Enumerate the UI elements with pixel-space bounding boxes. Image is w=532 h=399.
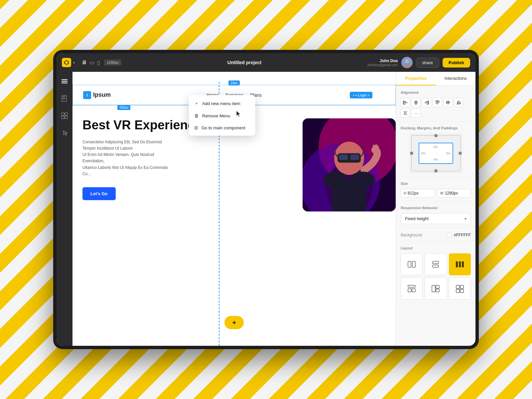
svg-rect-46 bbox=[446, 102, 450, 103]
svg-rect-37 bbox=[427, 104, 429, 104]
sidebar-icon-layers[interactable] bbox=[59, 76, 70, 86]
height-input[interactable]: H 812px bbox=[401, 189, 435, 198]
trash-icon: 🗑 bbox=[194, 113, 199, 118]
publish-button[interactable]: Publish bbox=[443, 58, 470, 67]
canvas-hero-content: Best VR Experience Consectetur Adipiscin… bbox=[82, 105, 396, 346]
context-menu-add-item[interactable]: ＋ Add new menu item bbox=[189, 97, 255, 110]
resolution-badge: 1280px bbox=[104, 60, 121, 66]
svg-rect-13 bbox=[65, 113, 67, 115]
svg-rect-59 bbox=[456, 261, 458, 267]
align-bottom[interactable] bbox=[454, 98, 463, 107]
svg-rect-65 bbox=[432, 285, 435, 292]
svg-rect-62 bbox=[408, 285, 415, 287]
add-section-button[interactable]: ＋ bbox=[224, 316, 244, 329]
share-button[interactable]: share bbox=[416, 58, 440, 68]
align-top[interactable] bbox=[433, 98, 442, 107]
background-value[interactable]: #FFFFFF bbox=[447, 232, 471, 238]
canvas-area[interactable]: 24px I Ipsum 330px Home Services Plans bbox=[72, 72, 396, 346]
svg-rect-26 bbox=[332, 182, 366, 211]
align-left[interactable] bbox=[401, 98, 410, 107]
sidebar-icon-interactions[interactable] bbox=[59, 128, 70, 138]
svg-rect-68 bbox=[456, 285, 460, 289]
layout-three-col[interactable] bbox=[449, 253, 471, 275]
align-center-h[interactable] bbox=[411, 98, 421, 107]
context-menu-add-label: Add new menu item bbox=[202, 101, 240, 106]
user-name: John Doe bbox=[367, 59, 398, 63]
logo-dropdown-arrow: ▾ bbox=[73, 61, 75, 65]
svg-rect-52 bbox=[403, 115, 407, 115]
svg-rect-67 bbox=[436, 289, 439, 292]
width-input[interactable]: W 1280px bbox=[437, 189, 471, 198]
svg-rect-61 bbox=[462, 261, 464, 267]
layout-row-top[interactable] bbox=[401, 277, 423, 299]
sidebar-icon-pages[interactable] bbox=[59, 93, 70, 104]
add-icon: ＋ bbox=[194, 100, 199, 106]
hero-image bbox=[303, 118, 396, 211]
svg-rect-63 bbox=[408, 289, 411, 292]
tab-interactions[interactable]: Interactions bbox=[436, 72, 476, 85]
docking-title: Docking, Margins, And Paddings bbox=[401, 126, 471, 130]
hero-cta-button[interactable]: Let's Go bbox=[82, 187, 116, 200]
logo-area[interactable]: ▾ bbox=[62, 58, 75, 67]
device-icons: 🖥 ▭ ▯ bbox=[81, 60, 100, 66]
device-inner: ▾ 🖥 ▭ ▯ 1280px Untitled project John Doe… bbox=[57, 53, 475, 346]
svg-rect-35 bbox=[426, 101, 429, 102]
svg-rect-36 bbox=[425, 102, 429, 103]
height-value: 812px bbox=[408, 191, 419, 196]
docking-diagram: 0% 0% 0% 0% bbox=[409, 133, 463, 173]
background-row: Background #FFFFFF bbox=[401, 232, 471, 238]
left-sidebar bbox=[57, 72, 72, 346]
layout-four-col[interactable] bbox=[449, 277, 471, 299]
svg-rect-30 bbox=[403, 100, 404, 104]
svg-rect-64 bbox=[412, 289, 415, 292]
align-right[interactable] bbox=[422, 98, 431, 107]
main-content: 24px I Ipsum 330px Home Services Plans bbox=[57, 72, 475, 346]
svg-rect-15 bbox=[65, 116, 67, 119]
layout-one-col[interactable] bbox=[425, 253, 447, 275]
svg-rect-28 bbox=[403, 102, 407, 103]
size-inputs: H 812px W 1280px bbox=[401, 189, 471, 198]
svg-rect-27 bbox=[403, 101, 406, 102]
height-label: H bbox=[404, 191, 406, 195]
docking-section: Docking, Margins, And Paddings 0% 0 bbox=[396, 121, 475, 177]
background-hex: #FFFFFF bbox=[454, 233, 471, 237]
context-menu-goto-component[interactable]: ⊞ Go to main component bbox=[189, 122, 255, 134]
responsive-section: Responsive Behavior Fixed height ▾ bbox=[396, 201, 475, 228]
layout-two-col-alt[interactable] bbox=[425, 277, 447, 299]
alignment-buttons: ··· bbox=[401, 98, 471, 118]
project-title: Untitled project bbox=[125, 60, 363, 65]
svg-rect-53 bbox=[404, 112, 405, 114]
alignment-section: Alignment bbox=[396, 86, 475, 121]
mobile-icon[interactable]: ▯ bbox=[97, 60, 100, 66]
user-info: John Doe johndoe@gmail.com bbox=[367, 59, 398, 67]
desktop-icon[interactable]: 🖥 bbox=[81, 60, 87, 66]
svg-rect-11 bbox=[63, 99, 65, 99]
background-color-swatch bbox=[447, 232, 452, 238]
responsive-value: Fixed height bbox=[405, 216, 429, 221]
svg-rect-40 bbox=[437, 101, 438, 104]
svg-rect-56 bbox=[412, 261, 415, 267]
context-menu: ＋ Add new menu item 🗑 Remove Menu ⊞ Go t… bbox=[189, 95, 255, 136]
svg-rect-10 bbox=[63, 98, 66, 98]
align-center-v[interactable] bbox=[443, 98, 453, 107]
svg-rect-38 bbox=[429, 100, 429, 104]
sidebar-icon-components[interactable] bbox=[59, 110, 70, 121]
width-label: W bbox=[440, 191, 444, 195]
docking-bottom-value: 0% bbox=[434, 158, 438, 161]
tablet-icon[interactable]: ▭ bbox=[89, 60, 94, 66]
svg-rect-8 bbox=[62, 95, 66, 101]
svg-rect-34 bbox=[416, 100, 416, 104]
user-area: John Doe johndoe@gmail.com share Publish bbox=[367, 57, 470, 68]
context-menu-remove[interactable]: 🗑 Remove Menu bbox=[189, 110, 255, 122]
size-section: Size H 812px W 1280px bbox=[396, 177, 475, 201]
svg-rect-57 bbox=[433, 261, 439, 264]
canvas-nav-logo: I Ipsum bbox=[83, 91, 111, 99]
tab-properties[interactable]: Properties bbox=[396, 72, 436, 85]
user-avatar bbox=[401, 57, 413, 68]
more-align[interactable]: ··· bbox=[411, 108, 421, 118]
layout-two-col[interactable] bbox=[401, 253, 423, 275]
distribute[interactable] bbox=[401, 108, 410, 118]
user-email: johndoe@gmail.com bbox=[367, 63, 398, 67]
cursor bbox=[235, 110, 242, 117]
responsive-dropdown[interactable]: Fixed height ▾ bbox=[401, 213, 471, 224]
